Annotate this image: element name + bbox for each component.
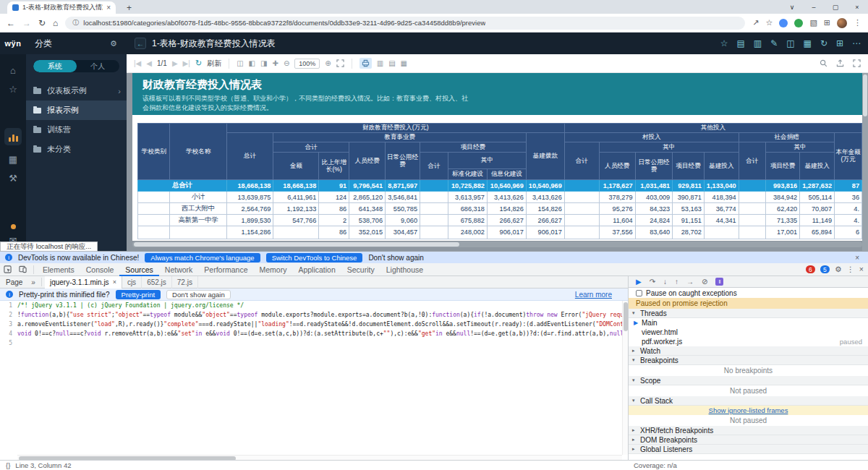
forward-icon[interactable]: → (22, 18, 31, 28)
browser-tab[interactable]: 1-表格-财政教育经费投入情况表 × (7, 1, 116, 14)
section-header[interactable]: ▾Call Stack (629, 396, 868, 406)
collapse-icon[interactable]: ▾ (632, 398, 635, 403)
export-icon[interactable] (836, 59, 844, 67)
fit-page-icon[interactable] (336, 59, 344, 67)
maximize-button[interactable]: ▢ (825, 0, 846, 14)
refresh-label[interactable]: 刷新 (207, 59, 221, 69)
devtools-tab-memory[interactable]: Memory (253, 263, 292, 276)
file-tab[interactable]: 72.js (172, 276, 198, 289)
more-icon[interactable]: ⋯ (852, 39, 861, 48)
collapse-icon[interactable]: ▾ (632, 357, 635, 363)
learn-more-link[interactable]: Learn more (575, 291, 622, 299)
settings-gear-icon[interactable]: ⚙ (835, 265, 841, 273)
sidebar-item[interactable]: 仪表板示例› (26, 81, 127, 101)
thread-row[interactable]: viewer.html (629, 328, 868, 337)
code-editor[interactable]: 1/*! jQuery v3.1.1 | (c) jQuery Foundati… (0, 301, 628, 461)
next-page-icon[interactable]: ▶ (172, 60, 178, 67)
step-out-icon[interactable]: ↑ (675, 278, 678, 286)
collapse-icon[interactable]: ▾ (632, 310, 635, 316)
tab-search-icon[interactable]: ∨ (781, 0, 803, 14)
site-info-icon[interactable]: ⓘ (72, 18, 79, 27)
search-icon[interactable] (820, 59, 827, 67)
extension-green-icon[interactable] (794, 19, 803, 27)
vertical-scrollbar[interactable] (862, 73, 868, 251)
devtools-tab-console[interactable]: Console (80, 263, 120, 276)
sidebar-item[interactable]: 未分类 (26, 140, 127, 159)
expand-icon[interactable]: ▸ (632, 348, 635, 354)
admin-tools-icon[interactable]: ⚒ (9, 174, 17, 183)
extension-gray-icon[interactable]: ▧ (809, 19, 817, 27)
section-header[interactable]: ▾Breakpoints (629, 356, 868, 365)
continuous-view-icon[interactable]: ▤ (388, 60, 395, 67)
status-dot[interactable] (11, 224, 16, 229)
file-tab[interactable]: cjs (122, 276, 142, 289)
pretty-print-button[interactable]: Pretty-print (116, 290, 161, 299)
refresh-icon[interactable]: ↻ (195, 59, 202, 67)
toggle-personal[interactable]: 个人 (77, 60, 120, 72)
reload-icon[interactable]: ↻ (38, 18, 46, 28)
minimize-button[interactable]: – (803, 0, 825, 14)
step-into-icon[interactable]: ↓ (663, 278, 667, 286)
extensions-puzzle-icon[interactable]: ⊞ (824, 19, 830, 27)
deactivate-breakpoints-icon[interactable]: ⊘ (702, 278, 707, 286)
resources-icon[interactable]: ▦ (9, 155, 17, 164)
inspect-element-icon[interactable] (4, 265, 12, 273)
section-header[interactable]: ▸XHR/fetch Breakpoints (629, 426, 868, 435)
section-header[interactable]: ▾Threads (629, 309, 868, 318)
navigator-page-tab[interactable]: Page (0, 278, 28, 286)
collapse-icon[interactable]: ▾ (632, 377, 635, 383)
back-to-list-button[interactable]: ← (135, 38, 146, 49)
prev-page-icon[interactable]: ◀ (146, 60, 152, 67)
last-page-icon[interactable]: ▶| (183, 60, 190, 67)
multi-page-icon[interactable]: ▦ (401, 60, 407, 67)
horizontal-scrollbar[interactable] (132, 242, 862, 247)
gear-icon[interactable]: ⚙ (110, 33, 117, 54)
pause-on-exceptions-icon[interactable]: ‖ (715, 278, 723, 286)
close-tab-icon[interactable]: × (106, 4, 111, 12)
thread-row[interactable]: pdf.worker.jspaused (629, 337, 868, 346)
toggle-system[interactable]: 系统 (33, 60, 77, 72)
more-options-icon[interactable]: ⋮ (846, 265, 854, 273)
devtools-tab-elements[interactable]: Elements (37, 263, 80, 276)
step-icon[interactable]: → (686, 278, 694, 286)
pan-icon[interactable]: ✚ (272, 60, 278, 67)
devtools-tab-sources[interactable]: Sources (119, 263, 159, 276)
pause-on-caught-checkbox[interactable] (636, 290, 642, 296)
fullscreen-icon[interactable] (853, 59, 861, 67)
expand-icon[interactable]: ▸ (632, 437, 635, 443)
devtools-tab-performance[interactable]: Performance (198, 263, 253, 276)
refresh-icon[interactable]: ↻ (820, 39, 827, 48)
zoom-out-icon[interactable]: ⊖ (284, 60, 289, 67)
file-tab[interactable]: jquery-3.1.1.min.js× (45, 276, 122, 289)
first-page-icon[interactable]: |◀ (134, 60, 141, 67)
bookmark-star-icon[interactable]: ☆ (766, 19, 773, 27)
dont-show-again-button[interactable]: Don't show again (166, 290, 231, 299)
file-tab[interactable]: 652.js (142, 276, 172, 289)
sidebar-item[interactable]: 训练营 (26, 120, 127, 140)
section-header[interactable]: ▸DOM Breakpoints (629, 435, 868, 445)
match-language-button[interactable]: Always match Chrome's language (145, 253, 260, 262)
show-ignore-listed-frames-link[interactable]: Show ignore-listed frames (709, 406, 788, 414)
devtools-tab-application[interactable]: Application (292, 263, 341, 276)
issues-count-badge[interactable]: 5 (820, 265, 830, 273)
home-icon[interactable]: ⌂ (10, 66, 16, 75)
devtools-tab-network[interactable]: Network (159, 263, 199, 276)
close-icon[interactable]: × (855, 254, 863, 262)
favorite-icon[interactable]: ☆ (720, 39, 728, 48)
resume-icon[interactable]: ▶ (636, 278, 642, 286)
step-over-icon[interactable]: ↷ (650, 278, 655, 286)
back-view-icon[interactable]: ◧ (249, 60, 255, 67)
zoom-in-icon[interactable]: ⊕ (325, 60, 331, 67)
favorites-icon[interactable]: ☆ (9, 85, 17, 94)
switch-to-chinese-button[interactable]: Switch DevTools to Chinese (266, 253, 363, 262)
toc-panel-icon[interactable]: ◫ (237, 60, 243, 67)
more-tabs-icon[interactable]: » (28, 278, 38, 286)
expand-icon[interactable]: ▸ (632, 446, 635, 452)
profile-avatar[interactable] (837, 18, 847, 28)
close-window-button[interactable]: × (846, 0, 868, 14)
document-icon[interactable]: ▥ (754, 39, 762, 48)
close-devtools-icon[interactable]: × (859, 265, 864, 273)
close-file-tab-icon[interactable]: × (113, 278, 116, 286)
expand-icon[interactable]: ▸ (632, 427, 635, 433)
thread-row[interactable]: ▶Main (629, 318, 868, 328)
